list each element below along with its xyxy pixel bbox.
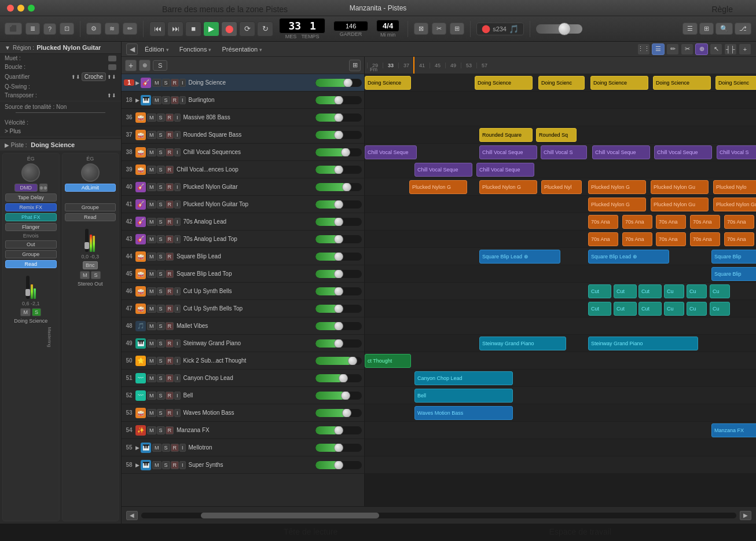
mute-btn-18[interactable]: M [152,96,162,104]
input-btn-18[interactable]: I [179,96,186,104]
strip1-s-btn[interactable]: S [32,308,41,316]
out-button[interactable]: Out [5,240,57,248]
region-70s-2[interactable]: 70s Ana [622,215,652,229]
remixfx-button[interactable]: Remix FX [5,203,57,211]
rewind-button[interactable]: ⏮ [149,21,166,36]
fader-knob-48[interactable] [334,322,343,330]
read-button-1[interactable]: Read [5,260,57,268]
toolbar-icon-2[interactable]: ≣ [25,23,40,35]
close-button[interactable] [7,5,14,12]
region-cut-1[interactable]: Cut [588,284,611,298]
track-row-54[interactable]: 54 ✨ M S R Manzana FX [122,422,364,439]
group-button-2[interactable]: Groupe [65,203,116,211]
region-cut-6[interactable]: Cu [710,284,730,298]
expand-1[interactable]: ▶ [135,80,140,86]
fader-knob-53[interactable] [342,409,351,417]
strip2-eq-knob[interactable] [81,163,100,182]
track-row-50[interactable]: 50 ⭐ M S R I Kick 2 Sub...act Thought [122,352,364,370]
region-doing-science-3[interactable]: Doing Scienc [538,76,585,90]
region-plucked-top-2[interactable]: Plucked Nylon Gu [651,198,709,211]
region-70s-top-3[interactable]: 70s Ana [656,232,686,246]
timeline-scrollbar[interactable] [141,513,736,518]
track-row-58[interactable]: 58 ▶ 🎹 M S R I Super Synths [122,456,364,474]
timeline-canvas[interactable]: 29 33 37 41 45 49 53 57 Fm [365,57,756,506]
track-row-46[interactable]: 46 🥁 M S R I Cut Up Synth Bells [122,283,364,300]
flanger-button[interactable]: Flanger [5,223,57,231]
track-row-41[interactable]: 41 🎸 M S R I Plucked Nylon Guitar Top [122,196,364,213]
solo-btn-18[interactable]: S [162,96,170,104]
boucle-checkbox[interactable] [108,64,116,70]
region-70s-1[interactable]: 70s Ana [588,215,618,229]
region-plucked-3[interactable]: Plucked Nyl [541,180,582,194]
tempo-display[interactable]: 146 [333,21,368,31]
region-cut-top-2[interactable]: Cut [614,302,637,316]
fader-knob-42[interactable] [334,218,343,226]
quantifier-value[interactable]: Croche [82,72,106,81]
search-icon[interactable]: 🔍 [715,23,733,35]
fader-knob-39[interactable] [334,166,343,174]
region-cut-2[interactable]: Cut [614,284,637,298]
region-plucked-6[interactable]: Plucked Nylo [713,180,756,194]
muet-checkbox[interactable] [108,56,116,61]
strip1-link[interactable]: ⊕⊕ [39,184,47,192]
region-cut-top-1[interactable]: Cut [588,302,611,316]
track-fader-45[interactable] [315,270,362,278]
grid-tool[interactable]: ⋮⋮ [637,43,650,55]
edition-menu[interactable]: Édition ▾ [141,45,173,54]
toolbar-icon-4[interactable]: ⊡ [60,23,74,35]
fader-knob-47[interactable] [334,305,343,313]
cycle-button[interactable]: ↻ [257,21,273,36]
region-rounded-square-1[interactable]: Rounded Square [479,128,533,142]
region-kick-1[interactable]: ct Thought [365,354,411,368]
fader-knob-37[interactable] [334,131,343,139]
library-icon[interactable]: ⎇ [735,23,751,35]
track-fader-48[interactable] [315,322,362,330]
duplicate-track-btn[interactable]: ⊕ [139,60,151,71]
track-row-40[interactable]: 40 🎸 M S R I Plucked Nylon Guitar [122,178,364,196]
fader-knob-58[interactable] [334,461,343,469]
fader-knob-18[interactable] [334,96,343,104]
region-cut-3[interactable]: Cut [638,284,662,298]
track-fader-38[interactable] [315,148,362,156]
region-chill-6[interactable]: Chill Vocal S [717,145,756,159]
region-70s-3[interactable]: 70s Ana [656,215,686,229]
play-button[interactable]: ▶ [203,21,219,36]
region-chill-3[interactable]: Chill Vocal S [541,145,587,159]
region-70s-top-4[interactable]: 70s Ana [690,232,720,246]
dmd-button[interactable]: DMD [14,184,38,192]
fader-knob-1[interactable] [343,79,353,87]
track-row-48[interactable]: 48 🎵 M S R Mallet Vibes [122,317,364,335]
minimize-button[interactable] [17,5,24,12]
rec-btn-18[interactable]: R [171,96,179,104]
region-doing-science-1[interactable]: Doing Science [365,76,411,90]
track-row-52[interactable]: 52 〰 M S R I Bell [122,387,364,404]
track-fader-49[interactable] [315,339,362,348]
region-doing-science-5[interactable]: Doing Science [653,76,711,90]
fader-knob-50[interactable] [348,357,357,365]
volume-knob[interactable] [558,23,571,35]
settings-btn[interactable]: ⊞ [349,60,361,71]
record-button[interactable]: ⬤ [221,21,237,36]
s-button[interactable]: S [153,60,167,71]
region-doing-science-4[interactable]: Doing Science [590,76,648,90]
toolbar-icon-1[interactable]: ⬛ [5,23,22,35]
scissor-tool[interactable]: ✂ [681,43,693,55]
track-row-1[interactable]: 1 ▶ 🎸 M S R I Doing Science [122,74,364,92]
position-display[interactable]: 33 1 [279,18,325,34]
grid-icon[interactable]: ⊞ [450,23,464,35]
strip1-eq-label[interactable]: ÉG [27,156,35,162]
region-70s-top-2[interactable]: 70s Ana [622,232,652,246]
region-70s-top-1[interactable]: 70s Ana [588,232,618,246]
track-row-53[interactable]: 53 🥁 M S R I Waves Motion Bass [122,404,364,422]
track-row-49[interactable]: 49 🎹 M S R I Steinway Grand Piano [122,335,364,352]
plus-row[interactable]: > Plus [0,127,121,136]
track-fader-36[interactable] [315,114,362,122]
track-fader-41[interactable] [315,200,362,209]
tune-icon[interactable]: 🎵 [509,24,519,34]
expand-58[interactable]: ▶ [135,462,140,468]
input-btn-1[interactable]: I [179,79,186,87]
fader-knob-45[interactable] [334,270,343,278]
fader-knob-51[interactable] [339,374,348,382]
smart-controls[interactable]: ⬤ s234 🎵 [476,23,524,35]
adlimit-button[interactable]: AdLimit [65,184,116,192]
